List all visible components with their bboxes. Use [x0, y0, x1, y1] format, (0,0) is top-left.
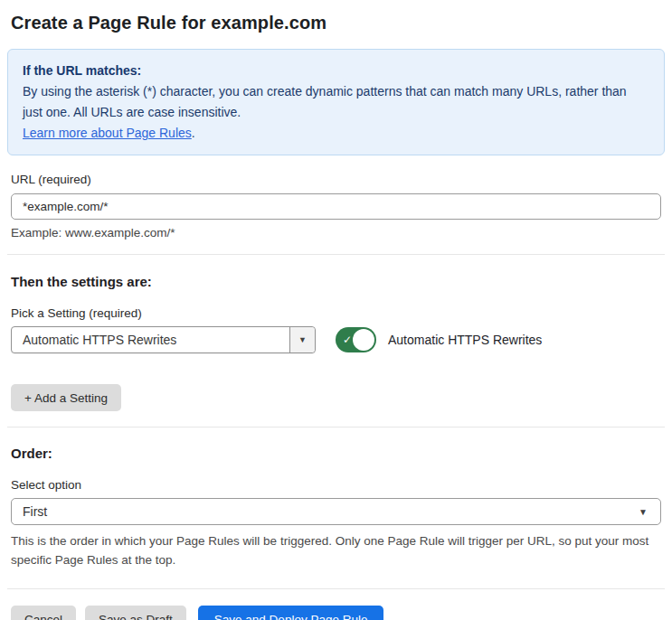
info-box-body: By using the asterisk (*) character, you… — [23, 81, 649, 123]
create-page-rule-form: Create a Page Rule for example.com If th… — [0, 0, 672, 620]
info-box-heading: If the URL matches: — [23, 61, 649, 81]
url-matches-info-box: If the URL matches: By using the asteris… — [7, 49, 665, 155]
url-input[interactable] — [11, 193, 661, 220]
pick-setting-label: Pick a Setting (required) — [11, 306, 661, 320]
divider — [7, 427, 665, 427]
toggle-label: Automatic HTTPS Rewrites — [388, 333, 542, 347]
settings-section-heading: Then the settings are: — [11, 274, 661, 289]
divider — [7, 254, 665, 255]
form-actions: Cancel Save as Draft Save and Deploy Pag… — [11, 606, 661, 620]
setting-dropdown-button[interactable]: ▼ — [289, 327, 315, 352]
url-field-hint: Example: www.example.com/* — [11, 226, 661, 240]
save-and-deploy-button[interactable]: Save and Deploy Page Rule — [198, 606, 384, 620]
setting-dropdown-value: Automatic HTTPS Rewrites — [12, 327, 289, 352]
url-field-label: URL (required) — [11, 173, 661, 186]
toggle-knob — [353, 329, 374, 351]
save-as-draft-button[interactable]: Save as Draft — [85, 606, 186, 620]
order-section-heading: Order: — [11, 446, 661, 461]
info-box-link-line: Learn more about Page Rules. — [23, 123, 649, 144]
learn-more-link[interactable]: Learn more about Page Rules — [23, 126, 192, 140]
setting-dropdown[interactable]: Automatic HTTPS Rewrites ▼ — [11, 326, 316, 353]
https-rewrites-toggle[interactable]: ✓ — [336, 327, 376, 352]
check-icon: ✓ — [343, 333, 352, 346]
add-setting-button[interactable]: + Add a Setting — [11, 384, 121, 411]
order-hint: This is the order in which your Page Rul… — [11, 531, 664, 569]
divider — [7, 588, 665, 589]
setting-row: Automatic HTTPS Rewrites ▼ ✓ Automatic H… — [11, 326, 661, 353]
order-select-value: First — [23, 504, 639, 519]
caret-down-icon: ▼ — [298, 335, 307, 344]
cancel-button[interactable]: Cancel — [11, 606, 76, 620]
order-select-label: Select option — [11, 478, 661, 492]
order-select[interactable]: First ▼ — [11, 498, 661, 525]
link-suffix: . — [192, 126, 195, 140]
caret-down-icon: ▼ — [639, 507, 648, 517]
page-title: Create a Page Rule for example.com — [11, 13, 661, 33]
